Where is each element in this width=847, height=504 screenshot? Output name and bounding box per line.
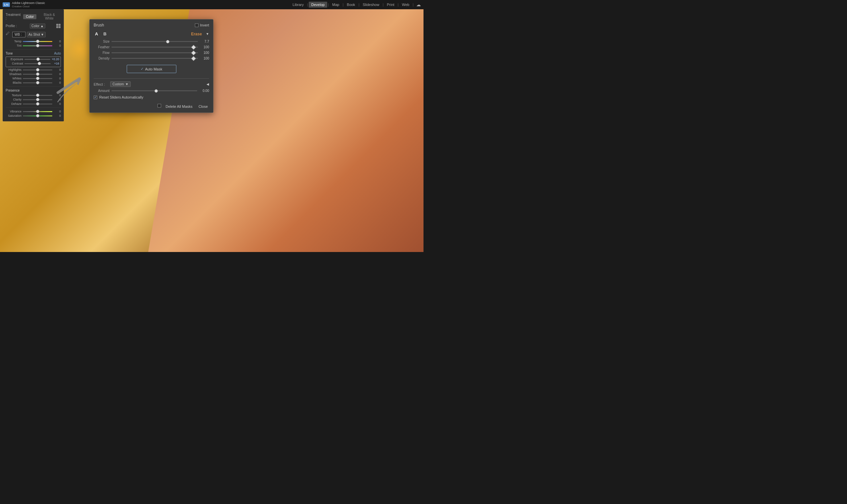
feather-slider[interactable]: [111, 47, 198, 48]
nav-map[interactable]: Map: [330, 2, 342, 7]
treatment-color-button[interactable]: Color: [23, 14, 36, 19]
tint-thumb[interactable]: [36, 44, 39, 47]
tint-slider[interactable]: [23, 45, 52, 46]
feather-value: 100: [200, 45, 209, 49]
highlights-thumb[interactable]: [36, 68, 39, 71]
vibrance-value: 0: [54, 110, 61, 113]
tint-label: Tint: [6, 44, 21, 47]
nav-print[interactable]: Print: [384, 2, 397, 7]
brush-panel-header: Brush Invert: [94, 23, 209, 28]
texture-label: Texture: [6, 94, 21, 97]
texture-slider[interactable]: [23, 95, 52, 96]
clarity-slider[interactable]: [23, 99, 52, 100]
contrast-label: Contrast: [7, 62, 23, 65]
exposure-thumb[interactable]: [36, 57, 40, 61]
dropdown-arrow-icon[interactable]: ▼: [206, 32, 209, 36]
density-thumb[interactable]: [191, 56, 196, 60]
temp-value: 0: [54, 40, 61, 43]
amount-slider[interactable]: [111, 90, 197, 91]
contrast-value: +16: [52, 62, 59, 65]
blacks-thumb[interactable]: [36, 81, 39, 84]
shadows-slider[interactable]: [23, 74, 52, 75]
logo-badge: Lrc: [3, 2, 10, 7]
flow-slider[interactable]: [111, 52, 198, 53]
grid-icon[interactable]: [56, 24, 61, 29]
vibrance-thumb[interactable]: [36, 110, 39, 113]
size-slider[interactable]: [111, 41, 198, 42]
highlights-slider[interactable]: [23, 69, 52, 70]
contrast-slider[interactable]: [24, 63, 51, 64]
temp-thumb[interactable]: [36, 40, 39, 43]
size-thumb[interactable]: [166, 40, 170, 43]
amount-thumb[interactable]: [155, 89, 158, 93]
eyedropper-icon[interactable]: 🖊: [6, 31, 11, 38]
flow-label: Flow: [94, 51, 109, 55]
temp-slider-row: Temp 0: [6, 40, 61, 43]
nav-develop[interactable]: Develop: [309, 2, 327, 7]
vibrance-slider[interactable]: [23, 111, 52, 112]
topbar: Lrc Adobe Lightroom Classic Creative Clo…: [0, 0, 423, 9]
logo-text: Adobe Lightroom Classic Creative Cloud: [12, 1, 45, 8]
contrast-thumb[interactable]: [38, 62, 41, 65]
nav-book[interactable]: Book: [344, 2, 358, 7]
texture-thumb[interactable]: [36, 94, 39, 97]
tone-auto-button[interactable]: Auto: [54, 52, 61, 55]
clarity-thumb[interactable]: [36, 98, 39, 101]
brush-tab-a[interactable]: A: [94, 31, 99, 37]
saturation-value: 0: [54, 114, 61, 118]
profile-row: Profile : Color ▲: [6, 23, 61, 29]
exposure-label: Exposure: [7, 57, 23, 61]
flow-thumb[interactable]: [191, 50, 196, 55]
amount-value: 0.00: [199, 89, 209, 93]
temp-slider[interactable]: [23, 41, 52, 42]
nav-web[interactable]: Web: [399, 2, 412, 7]
saturation-slider-row: Saturation 0: [6, 114, 61, 118]
saturation-thumb[interactable]: [36, 114, 39, 118]
auto-mask-check-icon: ✓: [141, 67, 144, 71]
close-button[interactable]: Close: [197, 104, 209, 109]
amount-label: Amount: [94, 89, 109, 93]
dehaze-slider[interactable]: [23, 104, 52, 105]
saturation-slider[interactable]: [23, 115, 52, 116]
nav-slideshow[interactable]: Slideshow: [360, 2, 382, 7]
reset-sliders-checkbox[interactable]: ✓: [94, 95, 97, 99]
effect-dropdown[interactable]: Custom ▼: [110, 82, 131, 87]
brush-tab-b[interactable]: B: [102, 31, 107, 37]
contrast-slider-row: Contrast +16: [7, 62, 59, 65]
feather-label: Feather: [94, 45, 109, 49]
highlights-label: Highlights: [6, 68, 21, 71]
wb-label: WB :: [12, 32, 25, 37]
treatment-bw-button[interactable]: Black & White: [38, 12, 61, 21]
exposure-value: +0.20: [52, 57, 59, 61]
blacks-slider[interactable]: [23, 82, 52, 83]
feather-thumb[interactable]: [191, 44, 196, 49]
collapse-arrow-icon[interactable]: ◀: [207, 82, 209, 86]
dehaze-thumb[interactable]: [36, 102, 39, 106]
saturation-label: Saturation: [6, 114, 21, 118]
brush-divider: [94, 78, 209, 79]
vibrance-slider-row: Vibrance 0: [6, 110, 61, 113]
invert-checkbox-row: Invert: [195, 23, 209, 27]
nav-library[interactable]: Library: [290, 2, 306, 7]
shadows-thumb[interactable]: [36, 72, 39, 76]
effect-label: Effect :: [94, 82, 110, 86]
erase-label[interactable]: Erase: [191, 32, 202, 36]
whites-thumb[interactable]: [36, 77, 39, 80]
profile-label: Profile :: [6, 24, 19, 28]
tint-slider-row: Tint 0: [6, 44, 61, 47]
wb-dropdown[interactable]: As Shot ▼: [27, 32, 46, 37]
whites-slider[interactable]: [23, 78, 52, 79]
exposure-slider-row: Exposure +0.20: [7, 57, 59, 61]
bottom-checkbox[interactable]: [158, 104, 161, 107]
app-logo: Lrc Adobe Lightroom Classic Creative Clo…: [3, 1, 45, 8]
cloud-sync-icon[interactable]: ☁: [416, 2, 421, 7]
flow-value: 100: [200, 51, 209, 55]
delete-all-masks-button[interactable]: Delete All Masks: [164, 104, 194, 109]
exposure-slider[interactable]: [24, 59, 50, 60]
profile-select[interactable]: Color ▲: [30, 23, 45, 29]
invert-checkbox[interactable]: [195, 23, 198, 27]
auto-mask-button[interactable]: ✓ Auto Mask: [127, 65, 176, 73]
size-value: 7.7: [200, 40, 209, 43]
density-slider[interactable]: [111, 58, 198, 59]
treatment-label: Treatment :: [6, 13, 20, 20]
